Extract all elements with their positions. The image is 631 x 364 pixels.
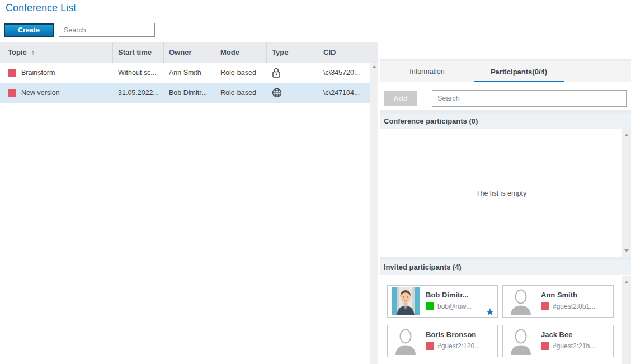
status-color-square	[541, 302, 549, 310]
participant-id: #guest2:120...	[437, 342, 480, 350]
scroll-up-icon[interactable]	[624, 281, 629, 283]
column-header-cid[interactable]: CID	[318, 42, 378, 63]
tab-information[interactable]: Information	[380, 61, 474, 82]
start-time-cell: 31.05.2022...	[113, 89, 164, 97]
add-participant-button[interactable]: Add	[384, 91, 417, 106]
panel-divider	[380, 110, 631, 114]
participant-card[interactable]: Bob Dimitr... bob@ruw... ★	[387, 285, 498, 318]
scroll-down-icon[interactable]	[624, 249, 629, 252]
table-header: Topic ↑ Start time Owner Mode Type CID	[0, 42, 378, 63]
cid-cell: \c\247104...	[318, 89, 370, 97]
column-header-topic[interactable]: Topic ↑	[0, 42, 113, 63]
tab-participants[interactable]: Participants(0/4)	[474, 61, 564, 82]
table-row-selected[interactable]: New version 31.05.2022... Bob Dimitr... …	[0, 83, 370, 103]
participant-silhouette-avatar	[507, 287, 535, 315]
owner-cell: Bob Dimitr...	[164, 89, 215, 97]
participants-list-scrollbar[interactable]	[622, 129, 631, 257]
column-header-start-time[interactable]: Start time	[113, 42, 164, 63]
participant-card[interactable]: Ann Smith #guest2:0b1...	[502, 285, 614, 318]
panel-tabbar: Information Participants(0/4)	[380, 61, 631, 82]
status-color-square	[426, 342, 434, 350]
participant-name: Jack Bee	[541, 330, 572, 339]
participant-id: #guest2:0b1...	[553, 302, 595, 310]
status-color-square	[541, 342, 549, 350]
conference-search-input[interactable]	[59, 23, 155, 37]
participant-photo-avatar	[392, 287, 420, 315]
empty-list-message: The list is empty	[380, 190, 622, 197]
table-row[interactable]: Brainstorm Without sc... Ann Smith Role-…	[0, 63, 370, 83]
scroll-up-icon[interactable]	[624, 134, 629, 136]
column-header-mode[interactable]: Mode	[215, 42, 267, 63]
details-panel: Information Participants(0/4) Add Confer…	[380, 0, 631, 364]
conference-color-marker	[8, 89, 16, 97]
scroll-up-icon[interactable]	[372, 65, 376, 68]
favorite-star-icon[interactable]: ★	[486, 307, 495, 317]
conference-participants-heading: Conference participants (0)	[380, 114, 631, 129]
active-tab-indicator	[474, 81, 564, 82]
topic-cell: Brainstorm	[21, 69, 55, 77]
sort-ascending-icon: ↑	[31, 48, 35, 56]
invited-participants-heading: Invited participants (4)	[380, 260, 631, 275]
lock-icon	[267, 68, 318, 78]
status-color-square	[426, 302, 434, 310]
topic-cell: New version	[21, 89, 60, 97]
participant-name: Boris Bronson	[426, 330, 476, 339]
participant-card[interactable]: Jack Bee #guest2:21b...	[502, 325, 614, 357]
participant-id: #guest2:21b...	[553, 342, 595, 350]
column-header-owner[interactable]: Owner	[164, 42, 215, 63]
participant-id: bob@ruw...	[437, 302, 472, 310]
participant-search-input[interactable]	[432, 90, 627, 107]
column-header-type[interactable]: Type	[267, 42, 318, 63]
mode-cell: Role-based	[215, 69, 267, 77]
globe-icon	[267, 88, 318, 98]
participant-silhouette-avatar	[392, 327, 420, 355]
participant-card[interactable]: Boris Bronson #guest2:120...	[387, 325, 498, 357]
participant-name: Ann Smith	[541, 291, 577, 299]
invited-list-scrollbar[interactable]	[622, 276, 631, 364]
mode-cell: Role-based	[215, 89, 267, 97]
participant-silhouette-avatar	[507, 327, 535, 355]
start-time-cell: Without sc...	[113, 69, 164, 77]
create-button[interactable]: Create	[4, 23, 54, 37]
owner-cell: Ann Smith	[164, 69, 215, 77]
cid-cell: \c\345720...	[318, 69, 370, 77]
conference-participants-list: The list is empty	[380, 129, 631, 257]
page-title: Conference List	[6, 2, 76, 14]
conference-color-marker	[8, 69, 16, 77]
table-scrollbar[interactable]	[370, 63, 378, 364]
invited-participants-list: Bob Dimitr... bob@ruw... ★ Ann Smith #gu…	[380, 276, 631, 364]
participant-name: Bob Dimitr...	[426, 291, 469, 299]
